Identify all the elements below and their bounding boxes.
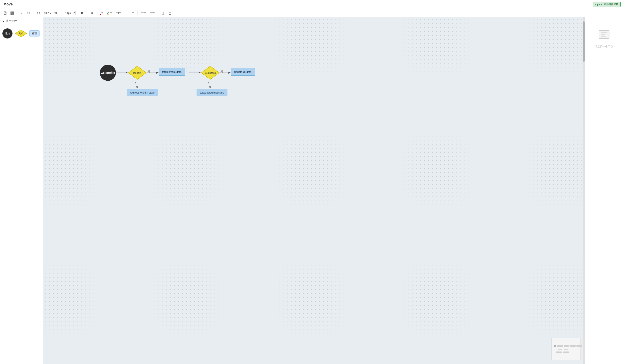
edge-label-issuccess-yes: 是 xyxy=(221,70,223,73)
svg-marker-26 xyxy=(144,13,146,14)
topbar: iMove my-app 本地连接成功 xyxy=(0,0,623,9)
edge-label-islogin-yes: 是 xyxy=(148,70,150,73)
distribute-button[interactable] xyxy=(148,11,156,15)
node-start-inner: Get profile xyxy=(100,65,116,81)
decision-diamond-issuccess: isSuccess xyxy=(201,66,220,80)
svg-marker-22 xyxy=(132,13,134,14)
sidebar-title: 通用元件 xyxy=(6,19,17,23)
svg-rect-48 xyxy=(601,36,606,37)
svg-rect-47 xyxy=(601,34,605,35)
stroke-color-button[interactable] xyxy=(114,11,122,15)
svg-rect-4 xyxy=(11,12,12,13)
decision-diamond-islogin: isLogin xyxy=(128,66,147,80)
file-button[interactable] xyxy=(2,11,8,16)
node-redirect-login-inner: redirect to login page xyxy=(127,89,158,96)
right-panel-icon xyxy=(597,29,611,43)
canvas-scrollbar[interactable] xyxy=(583,17,585,364)
underline-button[interactable]: U xyxy=(90,11,94,15)
node-fetch-profile-label: fetch profile data xyxy=(162,70,181,73)
right-panel: 请选择一个节点 xyxy=(585,17,623,364)
fill-color-button[interactable] xyxy=(106,11,113,15)
zoom-out-button[interactable] xyxy=(36,11,42,16)
connection-badge: my-app 本地连接成功 xyxy=(593,2,621,7)
svg-marker-15 xyxy=(101,13,103,14)
svg-rect-16 xyxy=(107,14,109,15)
copy-style-button[interactable] xyxy=(160,11,166,16)
line-style-button[interactable] xyxy=(126,11,135,15)
svg-line-10 xyxy=(40,14,40,15)
node-update-ui[interactable]: update UI data xyxy=(231,68,255,76)
node-issuccess[interactable]: isSuccess xyxy=(201,66,220,80)
redo-button[interactable] xyxy=(26,11,32,16)
svg-text:isLogin: isLogin xyxy=(133,71,141,74)
node-update-ui-inner: update UI data xyxy=(231,68,255,76)
svg-marker-20 xyxy=(119,13,121,14)
svg-rect-7 xyxy=(13,14,14,15)
paste-style-button[interactable] xyxy=(167,11,173,16)
zoom-in-button[interactable] xyxy=(53,11,59,16)
undo-button[interactable] xyxy=(19,11,25,16)
svg-rect-46 xyxy=(601,32,607,33)
app-title: iMove xyxy=(2,2,13,6)
node-fetch-profile[interactable]: fetch profile data xyxy=(159,68,185,76)
minimap xyxy=(551,338,581,360)
font-size-select[interactable]: 14px12px16px18px xyxy=(63,11,76,15)
svg-marker-17 xyxy=(110,13,112,14)
sep2 xyxy=(34,11,34,15)
right-panel-placeholder-text: 请选择一个节点 xyxy=(595,45,613,48)
svg-rect-19 xyxy=(116,14,119,14)
sep3 xyxy=(61,11,61,15)
sep8 xyxy=(158,11,158,15)
sep4 xyxy=(78,11,78,15)
canvas-area[interactable]: 是 否 是 否 Get profile isLogin fetch profil… xyxy=(43,17,585,364)
connectors-svg xyxy=(43,17,585,364)
sidebar-item-process[interactable]: 处理 xyxy=(29,30,40,37)
svg-line-14 xyxy=(57,14,57,15)
node-toast-failed-inner: toast failed message xyxy=(197,89,227,96)
node-toast-failed-label: toast failed message xyxy=(200,91,224,94)
sidebar-decision-label: 判断 xyxy=(19,32,23,35)
sidebar-item-start[interactable]: 开始 xyxy=(2,28,13,39)
node-get-profile[interactable]: Get profile xyxy=(100,65,116,81)
minimap-content xyxy=(552,338,580,360)
node-redirect-login-label: redirect to login page xyxy=(130,91,155,94)
svg-rect-5 xyxy=(13,12,14,13)
svg-rect-32 xyxy=(169,12,171,15)
svg-rect-6 xyxy=(11,14,12,15)
svg-rect-18 xyxy=(116,12,119,14)
align-button[interactable] xyxy=(139,11,147,15)
node-update-ui-label: update UI data xyxy=(234,70,251,73)
edge-label-islogin-no: 否 xyxy=(134,82,136,85)
toolbar: 100% 14px12px16px18px B I U A xyxy=(0,9,623,17)
edge-label-issuccess-no: 否 xyxy=(207,82,209,85)
svg-marker-29 xyxy=(153,13,155,14)
sidebar-item-decision[interactable]: 判断 xyxy=(15,29,27,38)
node-redirect-login[interactable]: redirect to login page xyxy=(127,89,158,96)
zoom-level: 100% xyxy=(43,11,52,15)
svg-rect-31 xyxy=(162,12,164,14)
node-start-label: Get profile xyxy=(101,71,115,74)
sidebar-chevron-icon: ▼ xyxy=(2,20,4,22)
sidebar-components: 开始 判断 处理 xyxy=(0,25,43,42)
italic-button[interactable]: I xyxy=(86,11,89,15)
bold-button[interactable]: B xyxy=(80,11,84,15)
node-toast-failed[interactable]: toast failed message xyxy=(197,89,227,96)
canvas-scrollbar-thumb[interactable] xyxy=(583,21,585,62)
sidebar-header[interactable]: ▼ 通用元件 xyxy=(0,17,43,25)
node-fetch-profile-inner: fetch profile data xyxy=(159,68,185,76)
main-layout: ▼ 通用元件 开始 判断 处理 xyxy=(0,17,623,364)
node-islogin[interactable]: isLogin xyxy=(128,66,147,80)
fit-button[interactable] xyxy=(9,11,15,16)
svg-text:isSuccess: isSuccess xyxy=(205,72,216,74)
left-sidebar: ▼ 通用元件 开始 判断 处理 xyxy=(0,17,43,364)
font-color-button[interactable]: A xyxy=(98,10,105,16)
sep5 xyxy=(96,11,96,15)
sep6 xyxy=(124,11,124,15)
sep7 xyxy=(137,11,137,15)
